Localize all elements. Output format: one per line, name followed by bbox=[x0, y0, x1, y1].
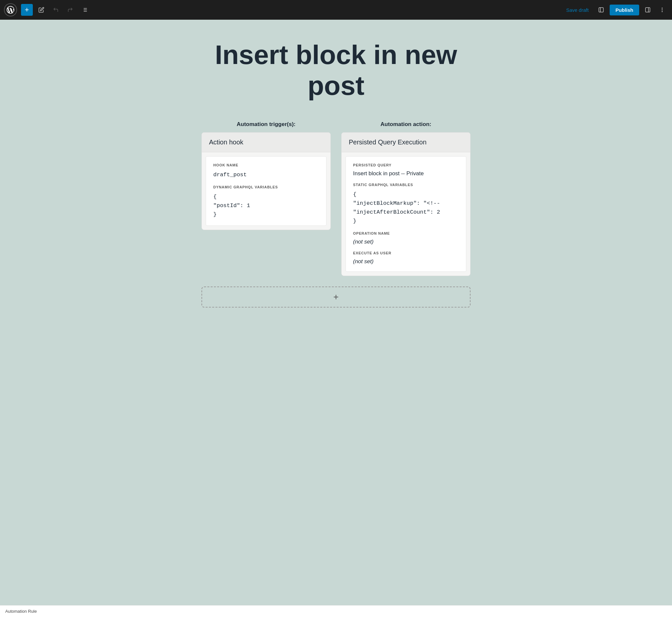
execute-as-label: EXECUTE AS USER bbox=[353, 251, 459, 255]
more-options-button[interactable] bbox=[656, 4, 668, 16]
static-vars-value: { "injectBlockMarkup": "<!-- "injectAfte… bbox=[353, 190, 459, 226]
action-card: Persisted Query Execution PERSISTED QUER… bbox=[341, 132, 470, 276]
action-heading: Automation action: bbox=[341, 121, 470, 128]
publish-button[interactable]: Publish bbox=[610, 5, 639, 15]
hook-name-label: HOOK NAME bbox=[213, 163, 319, 167]
main-content: Insert block in new post Automation trig… bbox=[0, 20, 672, 605]
svg-point-10 bbox=[662, 8, 662, 9]
svg-rect-8 bbox=[645, 8, 650, 12]
add-block-row-button[interactable]: + bbox=[202, 286, 470, 307]
operation-name-label: OPERATION NAME bbox=[353, 231, 459, 235]
redo-button[interactable] bbox=[64, 4, 76, 16]
action-card-body: PERSISTED QUERY Insert block in post -- … bbox=[346, 156, 466, 272]
action-column: Automation action: Persisted Query Execu… bbox=[341, 121, 470, 276]
undo-button[interactable] bbox=[50, 4, 62, 16]
static-vars-label: STATIC GRAPHQL VARIABLES bbox=[353, 183, 459, 187]
execute-as-value: (not set) bbox=[353, 258, 459, 265]
add-block-button[interactable]: + bbox=[21, 4, 33, 16]
settings-panel-button[interactable] bbox=[642, 4, 654, 16]
edit-mode-button[interactable] bbox=[35, 4, 47, 16]
trigger-card-body: HOOK NAME draft_post DYNAMIC GRAPHQL VAR… bbox=[206, 156, 326, 226]
svg-rect-6 bbox=[599, 8, 604, 12]
svg-point-11 bbox=[662, 10, 662, 10]
add-block-icon: + bbox=[333, 292, 339, 302]
persisted-query-value: Insert block in post -- Private bbox=[353, 170, 459, 177]
operation-name-value: (not set) bbox=[353, 239, 459, 245]
trigger-column: Automation trigger(s): Action hook HOOK … bbox=[202, 121, 331, 230]
wordpress-logo[interactable] bbox=[4, 3, 17, 16]
svg-point-12 bbox=[662, 11, 662, 12]
hook-name-value: draft_post bbox=[213, 170, 319, 179]
status-bar: Automation Rule bbox=[0, 605, 672, 617]
dynamic-vars-value: { "postId": 1 } bbox=[213, 192, 319, 219]
toolbar: + Save draft Publish bbox=[0, 0, 672, 20]
list-view-button[interactable] bbox=[79, 4, 90, 16]
view-button[interactable] bbox=[595, 4, 607, 16]
persisted-query-label: PERSISTED QUERY bbox=[353, 163, 459, 167]
post-title: Insert block in new post bbox=[215, 39, 457, 101]
save-draft-button[interactable]: Save draft bbox=[562, 5, 592, 15]
trigger-card-header: Action hook bbox=[202, 133, 330, 152]
dynamic-vars-label: DYNAMIC GRAPHQL VARIABLES bbox=[213, 185, 319, 189]
trigger-card: Action hook HOOK NAME draft_post DYNAMIC… bbox=[202, 132, 331, 230]
trigger-heading: Automation trigger(s): bbox=[202, 121, 331, 128]
automation-columns: Automation trigger(s): Action hook HOOK … bbox=[202, 121, 470, 276]
action-card-header: Persisted Query Execution bbox=[342, 133, 470, 152]
automation-section: Automation trigger(s): Action hook HOOK … bbox=[202, 121, 470, 308]
status-label: Automation Rule bbox=[5, 609, 37, 614]
add-block-row: + bbox=[202, 286, 470, 307]
